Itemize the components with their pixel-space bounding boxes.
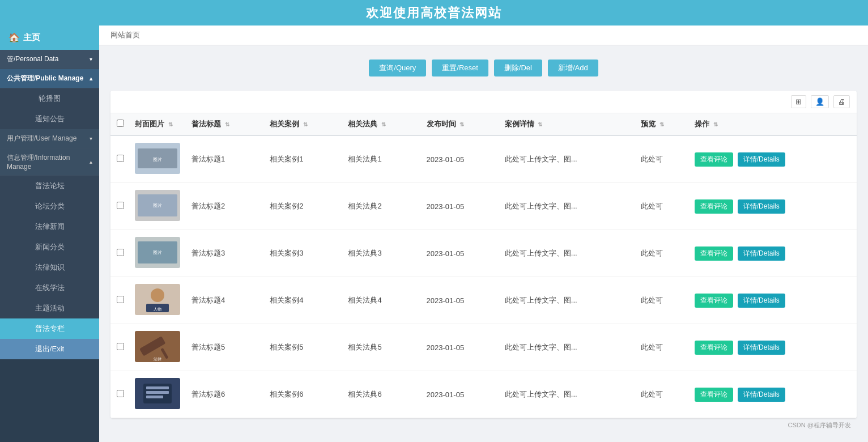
sidebar-section-public[interactable]: 公共管理/Public Manage ▴ — [0, 69, 99, 88]
delete-button[interactable]: 删除/Del — [494, 60, 542, 76]
view-comment-button[interactable]: 查看评论 — [695, 388, 733, 402]
table-wrapper: ⊞ 👤 🖨 封面图片 ⇅ — [110, 91, 857, 418]
detail-button[interactable]: 详情/Details — [738, 199, 785, 214]
sort-icon[interactable]: ⇅ — [459, 121, 464, 128]
law-cell: 相关法典4 — [343, 277, 422, 324]
chevron-down-icon: ▾ — [90, 135, 92, 142]
site-title: 欢迎使用高校普法网站 — [11, 5, 857, 22]
detail-button[interactable]: 详情/Details — [738, 246, 785, 261]
detail-cell: 此处可上传文字、图... — [500, 371, 637, 418]
reset-button[interactable]: 重置/Reset — [432, 60, 488, 76]
detail-button[interactable]: 详情/Details — [738, 294, 785, 308]
sidebar-section-user[interactable]: 用户管理/User Manage ▾ — [0, 129, 99, 148]
sidebar-logo[interactable]: 🏠 主页 — [0, 26, 99, 50]
sidebar-item-notice[interactable]: 通知公告 — [0, 109, 99, 129]
law-cell: 相关法典3 — [343, 230, 422, 277]
user-icon-button[interactable]: 👤 — [811, 95, 829, 108]
row-checkbox-cell[interactable] — [110, 371, 130, 418]
sidebar-item-law-column[interactable]: 普法专栏 — [0, 318, 99, 339]
public-label: 公共管理/Public Manage — [7, 74, 83, 83]
th-check[interactable] — [110, 113, 130, 135]
sort-icon[interactable]: ⇅ — [381, 121, 386, 128]
sort-icon[interactable]: ⇅ — [659, 121, 664, 128]
th-law-label: 相关法典 — [348, 120, 377, 128]
law-cell: 相关法典1 — [343, 135, 422, 183]
data-table: 封面图片 ⇅ 普法标题 ⇅ 相关案例 ⇅ — [110, 113, 857, 418]
sidebar-item-theme-activity[interactable]: 主题活动 — [0, 298, 99, 318]
row-checkbox[interactable] — [117, 202, 124, 209]
sidebar-item-exit[interactable]: 退出/Exit — [0, 339, 99, 359]
row-checkbox-cell[interactable] — [110, 135, 130, 183]
th-cover-label: 封面图片 — [135, 120, 164, 128]
sort-icon[interactable]: ⇅ — [168, 121, 173, 128]
columns-icon-button[interactable]: ⊞ — [791, 95, 806, 108]
view-comment-button[interactable]: 查看评论 — [695, 341, 733, 355]
row-checkbox[interactable] — [117, 249, 124, 256]
sidebar-item-forum-cat[interactable]: 论坛分类 — [0, 196, 99, 216]
select-all-checkbox[interactable] — [117, 120, 124, 127]
row-checkbox-cell[interactable] — [110, 183, 130, 230]
query-button[interactable]: 查询/Query — [369, 60, 426, 76]
sort-icon[interactable]: ⇅ — [713, 121, 718, 128]
th-action: 操作 ⇅ — [690, 113, 857, 135]
sidebar-item-forum[interactable]: 普法论坛 — [0, 176, 99, 196]
date-cell: 2023-01-05 — [422, 371, 500, 418]
row-checkbox-cell[interactable] — [110, 277, 130, 324]
preview-cell: 此处可 — [636, 324, 690, 371]
row-checkbox-cell[interactable] — [110, 324, 130, 371]
detail-button[interactable]: 详情/Details — [738, 152, 785, 167]
table-row: 人物 普法标题4 相关案例4 相关法典4 2023-01-05 此处可上传文字、… — [110, 277, 857, 324]
sort-icon[interactable]: ⇅ — [538, 121, 542, 128]
sidebar-item-carousel[interactable]: 轮播图 — [0, 88, 99, 109]
sidebar-section-personal[interactable]: 管/Personal Data ▾ — [0, 50, 99, 69]
row-checkbox-cell[interactable] — [110, 230, 130, 277]
th-preview-label: 预览 — [641, 120, 656, 128]
cover-cell: 图片 — [130, 183, 187, 230]
row-checkbox[interactable] — [117, 390, 124, 397]
content-area: 网站首页 查询/Query 重置/Reset 删除/Del 新增/Add ⊞ 👤… — [99, 26, 868, 442]
th-cover: 封面图片 ⇅ — [130, 113, 187, 135]
sidebar-section-info[interactable]: 信息管理/Information Manage ▴ — [0, 148, 99, 176]
print-icon-button[interactable]: 🖨 — [833, 95, 850, 108]
date-cell: 2023-01-05 — [422, 135, 500, 183]
case-cell: 相关案例6 — [265, 371, 343, 418]
row-checkbox[interactable] — [117, 343, 124, 350]
th-preview: 预览 ⇅ — [636, 113, 690, 135]
chevron-down-icon: ▾ — [90, 56, 92, 62]
view-comment-button[interactable]: 查看评论 — [695, 246, 733, 261]
row-checkbox[interactable] — [117, 155, 124, 162]
law-cell: 相关法典2 — [343, 183, 422, 230]
table-header: 封面图片 ⇅ 普法标题 ⇅ 相关案例 ⇅ — [110, 113, 857, 135]
action-cell: 查看评论 详情/Details — [690, 277, 857, 324]
title-cell: 普法标题6 — [187, 371, 265, 418]
th-detail-label: 案例详情 — [505, 120, 534, 128]
sidebar-item-law-news[interactable]: 法律新闻 — [0, 216, 99, 237]
date-cell: 2023-01-05 — [422, 324, 500, 371]
sidebar-item-online-study[interactable]: 在线学法 — [0, 278, 99, 298]
action-cell: 查看评论 详情/Details — [690, 324, 857, 371]
table-row: 图片 普法标题3 相关案例3 相关法典3 2023-01-05 此处可上传文字、… — [110, 230, 857, 277]
row-checkbox[interactable] — [117, 296, 124, 303]
detail-button[interactable]: 详情/Details — [738, 388, 785, 402]
law-cell: 相关法典5 — [343, 324, 422, 371]
view-comment-button[interactable]: 查看评论 — [695, 199, 733, 214]
sidebar-item-news-cat[interactable]: 新闻分类 — [0, 237, 99, 257]
th-date: 发布时间 ⇅ — [422, 113, 500, 135]
detail-button[interactable]: 详情/Details — [738, 341, 785, 355]
case-cell: 相关案例3 — [265, 230, 343, 277]
table-row: 图片 普法标题1 相关案例1 相关法典1 2023-01-05 此处可上传文字、… — [110, 135, 857, 183]
sidebar-item-law-knowledge[interactable]: 法律知识 — [0, 257, 99, 278]
sort-icon[interactable]: ⇅ — [303, 121, 308, 128]
cover-cell: 图片 — [130, 230, 187, 277]
home-icon: 🏠 — [8, 32, 20, 43]
svg-text:图片: 图片 — [153, 250, 162, 255]
th-case-label: 相关案例 — [270, 120, 299, 128]
table-actions-bar: ⊞ 👤 🖨 — [110, 91, 857, 113]
preview-cell: 此处可 — [636, 230, 690, 277]
detail-cell: 此处可上传文字、图... — [500, 324, 637, 371]
sort-icon[interactable]: ⇅ — [225, 121, 229, 128]
view-comment-button[interactable]: 查看评论 — [695, 152, 733, 167]
th-law: 相关法典 ⇅ — [343, 113, 422, 135]
view-comment-button[interactable]: 查看评论 — [695, 294, 733, 308]
add-button[interactable]: 新增/Add — [548, 60, 598, 76]
